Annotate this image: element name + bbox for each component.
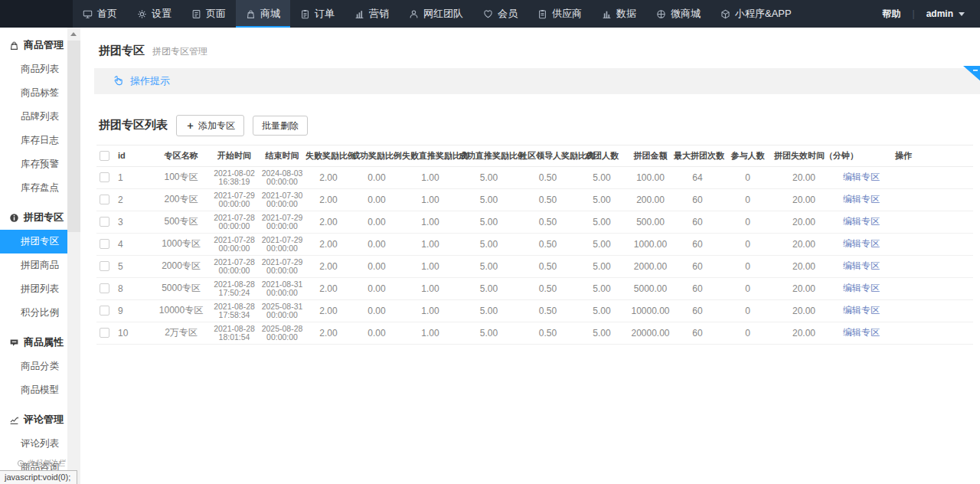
- sidebar-section-title[interactable]: 商品管理: [0, 28, 67, 57]
- cell-leader_ratio: 0.50: [519, 277, 577, 299]
- sidebar-item[interactable]: 商品模型: [0, 378, 67, 402]
- sidebar-item[interactable]: 商品标签: [0, 81, 67, 105]
- edit-zone-link[interactable]: 编辑专区: [843, 216, 880, 227]
- cell-checkbox: [96, 277, 112, 299]
- scrollbar-thumb[interactable]: [67, 41, 80, 232]
- user-menu[interactable]: admin: [926, 8, 965, 19]
- cell-start: 2021-08-28 17:58:34: [210, 299, 259, 322]
- sidebar-item[interactable]: 库存日志: [0, 129, 67, 152]
- batch-delete-button[interactable]: 批量删除: [253, 116, 308, 136]
- caret-down-icon: [959, 12, 965, 16]
- collapse-icon: [17, 459, 24, 467]
- globe-icon: [656, 9, 666, 19]
- sidebar-item[interactable]: 库存盘点: [0, 176, 67, 200]
- sidebar-item[interactable]: 拼团专区: [0, 230, 67, 253]
- cell-amount: 1000.00: [627, 233, 674, 255]
- edit-zone-link[interactable]: 编辑专区: [843, 194, 880, 204]
- cell-checkbox: [96, 233, 112, 255]
- cell-start: 2021-07-28 00:00:00: [210, 255, 259, 277]
- cell-checkbox: [96, 322, 112, 344]
- column-header: 开始时间: [210, 145, 259, 166]
- column-header: 专区名称: [152, 145, 210, 166]
- cell-participants: 0: [721, 233, 774, 255]
- row-checkbox[interactable]: [100, 261, 109, 271]
- add-zone-button[interactable]: ＋ 添加专区: [176, 115, 244, 136]
- select-all-checkbox[interactable]: [100, 151, 109, 161]
- top-menu-item[interactable]: 商城: [236, 0, 290, 28]
- cell-checkbox: [96, 255, 112, 277]
- banner-collapse-toggle-icon[interactable]: [963, 66, 980, 81]
- cell-expire_minutes: 20.00: [774, 233, 834, 255]
- cell-start: 2021-08-02 16:38:19: [210, 166, 259, 188]
- sidebar-item[interactable]: 品牌列表: [0, 105, 67, 129]
- top-menu-item[interactable]: 订单: [290, 0, 345, 28]
- cell-name: 100专区: [152, 166, 210, 188]
- sidebar-item[interactable]: 拼团商品: [0, 253, 67, 277]
- edit-zone-link[interactable]: 编辑专区: [843, 305, 880, 316]
- edit-zone-link[interactable]: 编辑专区: [843, 172, 880, 182]
- row-checkbox[interactable]: [100, 328, 109, 338]
- sidebar-scrollbar[interactable]: [67, 28, 80, 484]
- edit-zone-link[interactable]: 编辑专区: [843, 327, 880, 338]
- cell-fail_ratio: 2.00: [305, 188, 351, 211]
- cell-action: 编辑专区: [834, 233, 973, 255]
- cell-id: 10: [112, 322, 152, 344]
- tips-banner[interactable]: 操作提示: [94, 68, 980, 94]
- sidebar-item[interactable]: 商品分类: [0, 355, 67, 378]
- top-menu-item[interactable]: 供应商: [528, 0, 592, 28]
- chart-icon: [354, 9, 364, 19]
- cell-action: 编辑专区: [834, 188, 973, 211]
- hand-pointer-icon: [112, 75, 124, 87]
- cell-checkbox: [96, 211, 112, 233]
- top-menu-item[interactable]: 会员: [473, 0, 528, 28]
- sidebar-section-title[interactable]: 商品属性: [0, 325, 67, 355]
- top-menu-item[interactable]: 页面: [181, 0, 236, 28]
- top-menu-item[interactable]: 设置: [127, 0, 181, 28]
- breadcrumb: 拼团专区管理: [152, 45, 207, 58]
- cell-fail_direct_ratio: 1.00: [402, 277, 459, 299]
- edit-zone-link[interactable]: 编辑专区: [843, 238, 880, 249]
- sidebar-section-title[interactable]: 拼团专区: [0, 200, 67, 230]
- row-checkbox[interactable]: [100, 306, 109, 316]
- cell-max_times: 60: [674, 233, 721, 255]
- cell-success_direct_ratio: 5.00: [459, 299, 519, 322]
- top-menu-item[interactable]: 首页: [73, 0, 127, 28]
- sidebar-item[interactable]: 拼团列表: [0, 277, 67, 301]
- cell-leader_ratio: 0.50: [519, 255, 577, 277]
- table-row: 2200专区2021-07-29 00:00:002021-07-30 00:0…: [96, 188, 973, 211]
- cell-checkbox: [96, 299, 112, 322]
- cell-success_direct_ratio: 5.00: [459, 277, 519, 299]
- sidebar-item[interactable]: 评论列表: [0, 432, 67, 456]
- top-menu-item[interactable]: 小程序&APP: [710, 0, 802, 28]
- row-checkbox[interactable]: [100, 195, 109, 204]
- top-menu-item[interactable]: 网红团队: [399, 0, 473, 28]
- top-menu-item[interactable]: 数据: [592, 0, 646, 28]
- row-checkbox[interactable]: [100, 283, 109, 293]
- cell-success_direct_ratio: 5.00: [459, 211, 519, 233]
- bag-icon: [246, 9, 256, 19]
- gear-icon: [137, 9, 147, 19]
- help-link[interactable]: 帮助: [883, 8, 901, 21]
- collapse-sidebar-toggle[interactable]: 收起侧边栏: [17, 458, 65, 469]
- edit-zone-link[interactable]: 编辑专区: [843, 283, 880, 293]
- scrollbar-up-arrow-icon[interactable]: [70, 32, 77, 36]
- cell-fail_ratio: 2.00: [305, 166, 351, 188]
- column-header: 拼团失效时间（分钟）: [774, 145, 834, 166]
- top-menu-item[interactable]: 营销: [345, 0, 399, 28]
- row-checkbox[interactable]: [100, 172, 109, 182]
- top-menu-item[interactable]: 微商城: [646, 0, 710, 28]
- sidebar-section-title[interactable]: 评论管理: [0, 402, 67, 432]
- cell-name: 10000专区: [152, 299, 210, 322]
- sidebar-item[interactable]: 库存预警: [0, 152, 67, 176]
- edit-zone-link[interactable]: 编辑专区: [843, 260, 880, 271]
- cell-amount: 500.00: [627, 211, 674, 233]
- cell-participants: 0: [721, 322, 774, 344]
- browser-status-text: javascript:void(0);: [0, 470, 77, 484]
- sidebar-item[interactable]: 积分比例: [0, 301, 67, 325]
- row-checkbox[interactable]: [100, 217, 109, 227]
- sidebar-item[interactable]: 商品列表: [0, 57, 67, 81]
- nav-divider: |: [913, 8, 915, 19]
- row-checkbox[interactable]: [100, 239, 109, 249]
- cell-max_times: 60: [674, 211, 721, 233]
- column-header: 成功直推奖励比例: [459, 145, 519, 166]
